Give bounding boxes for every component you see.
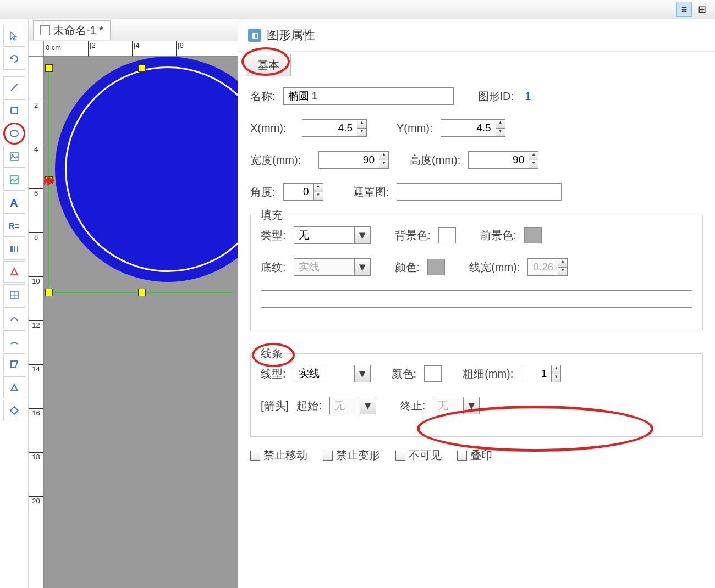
- picture-tool[interactable]: [3, 169, 25, 191]
- table-tool[interactable]: [3, 284, 25, 306]
- resize-handle[interactable]: [45, 64, 53, 72]
- spin-down-icon[interactable]: ▼: [552, 374, 560, 382]
- x-spinner[interactable]: ▲▼: [302, 119, 367, 137]
- rect-tool[interactable]: [3, 99, 25, 121]
- curve-tool[interactable]: [3, 307, 25, 329]
- annotation-arrow-icon: [44, 175, 54, 186]
- invisible-checkbox[interactable]: 不可见: [395, 448, 442, 463]
- spin-up-icon: ▲: [558, 259, 567, 268]
- spin-up-icon[interactable]: ▲: [380, 152, 388, 160]
- properties-panel: ◧ 图形属性 基本 名称: 图形ID: 1 X(mm): ▲▼ Y(mm): ▲…: [238, 19, 715, 588]
- linetype-label: 线型:: [261, 367, 286, 381]
- width-label: 宽度(mm):: [250, 153, 311, 168]
- svg-rect-9: [16, 246, 16, 252]
- bgcolor-label: 背景色:: [395, 228, 431, 243]
- align-button[interactable]: ≡: [676, 2, 692, 17]
- overprint-checkbox[interactable]: 叠印: [457, 448, 492, 463]
- thickness-spinner[interactable]: ▲▼: [521, 365, 561, 382]
- line-color-swatch[interactable]: [424, 365, 442, 382]
- line-tool[interactable]: [3, 76, 25, 98]
- text-tool[interactable]: A: [3, 192, 25, 214]
- toolbar-button[interactable]: ⊞: [694, 2, 710, 17]
- mask-label: 遮罩图:: [353, 185, 389, 199]
- ellipse-tool[interactable]: [3, 123, 25, 145]
- resize-handle[interactable]: [138, 64, 146, 72]
- tab-basic[interactable]: 基本: [246, 54, 291, 76]
- svg-line-0: [11, 84, 18, 91]
- pattern-label: 底纹:: [261, 260, 286, 275]
- ruler-corner: [29, 41, 44, 57]
- rotate-tool[interactable]: [3, 48, 25, 70]
- spin-down-icon[interactable]: ▼: [529, 160, 538, 169]
- document-title: 未命名-1 *: [53, 23, 103, 38]
- spin-up-icon[interactable]: ▲: [552, 365, 560, 374]
- no-move-checkbox[interactable]: 禁止移动: [250, 448, 307, 463]
- dropdown-icon: ▼: [463, 397, 480, 414]
- panel-title: 图形属性: [267, 27, 315, 43]
- select-tool[interactable]: [3, 25, 25, 47]
- name-input[interactable]: [283, 87, 454, 105]
- dropdown-icon[interactable]: ▼: [354, 226, 371, 244]
- fill-color-swatch: [427, 259, 445, 275]
- mask-input[interactable]: [397, 183, 562, 201]
- svg-rect-6: [10, 246, 12, 252]
- vertical-ruler[interactable]: 2 4 6 8 10 12 14 16 18 20: [29, 57, 44, 588]
- x-label: X(mm):: [250, 122, 294, 135]
- polygon-tool[interactable]: [3, 353, 25, 375]
- spin-up-icon[interactable]: ▲: [314, 184, 323, 192]
- no-transform-checkbox[interactable]: 禁止变形: [323, 448, 380, 463]
- dropdown-icon[interactable]: ▼: [354, 365, 371, 382]
- spin-up-icon[interactable]: ▲: [496, 120, 505, 129]
- y-label: Y(mm):: [397, 122, 433, 135]
- horizontal-ruler[interactable]: 0 cm |2 |4 |6: [44, 41, 238, 57]
- arrow-end-label: 终止:: [400, 398, 426, 413]
- pattern-combo: ▼: [294, 258, 371, 276]
- image-tool[interactable]: [3, 146, 25, 168]
- line-color-label: 颜色:: [392, 367, 417, 381]
- name-label: 名称:: [250, 89, 276, 104]
- line-fieldset: 线条 线型: ▼ 颜色: 粗细(mm): ▲▼ [箭头] 起始: ▼ 终止: ▼: [250, 353, 703, 437]
- diamond-tool[interactable]: [3, 400, 25, 421]
- shape-tool[interactable]: [3, 261, 25, 283]
- spin-up-icon[interactable]: ▲: [358, 120, 366, 129]
- arrow-start-label: 起始:: [296, 398, 322, 413]
- properties-icon: ◧: [248, 29, 261, 42]
- spin-down-icon[interactable]: ▼: [358, 129, 366, 137]
- svg-rect-1: [11, 107, 18, 114]
- barcode-tool[interactable]: [3, 238, 25, 260]
- resize-handle[interactable]: [45, 289, 53, 296]
- fill-type-label: 类型:: [261, 228, 286, 243]
- triangle-tool[interactable]: [3, 376, 25, 398]
- width-spinner[interactable]: ▲▼: [318, 151, 389, 169]
- richtext-tool[interactable]: R≡: [3, 215, 25, 237]
- spin-down-icon[interactable]: ▼: [496, 129, 505, 137]
- fill-extra-input[interactable]: [261, 290, 692, 308]
- document-tabs: 未命名-1 *: [29, 19, 238, 41]
- shapeid-value: 1: [525, 90, 531, 103]
- toolbar-button[interactable]: [6, 2, 21, 17]
- line-title: 线条: [257, 346, 286, 361]
- top-toolbar: ≡ ⊞: [0, 0, 715, 19]
- arc-tool[interactable]: [3, 330, 25, 352]
- fill-type-combo[interactable]: ▼: [294, 226, 371, 244]
- angle-label: 角度:: [250, 185, 276, 199]
- y-spinner[interactable]: ▲▼: [441, 119, 505, 137]
- arrow-prefix: [箭头]: [261, 398, 289, 413]
- document-icon: [40, 25, 50, 35]
- angle-spinner[interactable]: ▲▼: [283, 183, 323, 201]
- resize-handle[interactable]: [138, 289, 146, 296]
- spin-down-icon: ▼: [558, 268, 567, 276]
- spin-up-icon[interactable]: ▲: [529, 152, 538, 160]
- arrow-start-combo: ▼: [329, 397, 376, 414]
- linetype-combo[interactable]: ▼: [294, 365, 371, 382]
- spin-down-icon[interactable]: ▼: [314, 192, 323, 201]
- selection-box: [48, 68, 235, 293]
- spin-down-icon[interactable]: ▼: [380, 160, 388, 169]
- fgcolor-swatch[interactable]: [524, 227, 542, 243]
- height-spinner[interactable]: ▲▼: [468, 151, 538, 169]
- canvas[interactable]: [44, 57, 238, 588]
- document-tab[interactable]: 未命名-1 *: [33, 20, 111, 40]
- dropdown-icon: ▼: [360, 397, 376, 414]
- bgcolor-swatch[interactable]: [438, 227, 456, 243]
- dropdown-icon: ▼: [354, 258, 371, 276]
